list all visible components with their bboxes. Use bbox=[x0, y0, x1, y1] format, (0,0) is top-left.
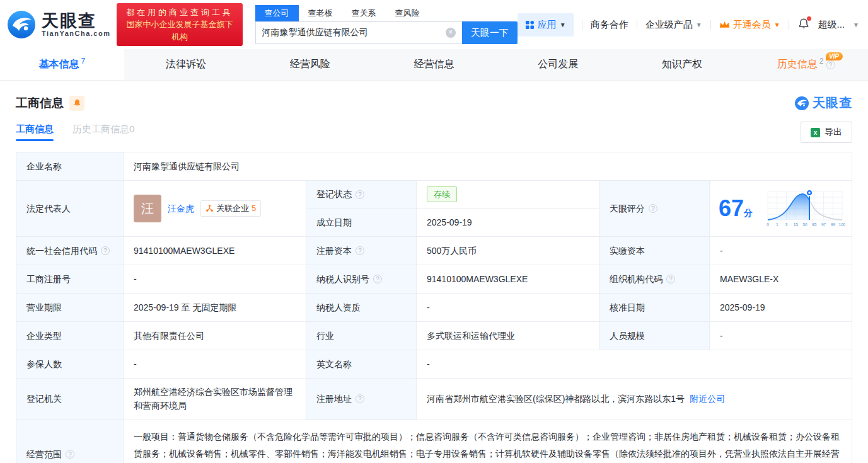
company-name-value: 河南豫掣通供应链有限公司 bbox=[124, 152, 852, 180]
brand-name: 天眼查 bbox=[42, 12, 110, 30]
table-row: 统一社会信用代码 91410100MAEW3GLEXE 注册资本 500万人民币… bbox=[16, 237, 852, 265]
search-tabs: 查公司 查老板 查关系 查风险 bbox=[255, 5, 518, 21]
help-icon[interactable] bbox=[101, 246, 110, 255]
notification-bell[interactable] bbox=[797, 18, 810, 32]
tab-count: 7 bbox=[81, 57, 86, 66]
score-number: 67 bbox=[719, 195, 744, 221]
taxpayer-quality-value: - bbox=[417, 294, 599, 321]
field-label: 成立日期 bbox=[306, 209, 417, 236]
logo-text: 天眼查 TianYanCha.com bbox=[42, 12, 110, 37]
subtab-business-info[interactable]: 工商信息 bbox=[16, 123, 54, 141]
legal-person-link[interactable]: 汪金虎 bbox=[168, 202, 194, 215]
banner-line1: 都在用的商业查询工具 bbox=[122, 6, 236, 19]
help-icon[interactable] bbox=[649, 204, 657, 213]
search-field: × bbox=[255, 21, 462, 44]
field-label: 企业名称 bbox=[16, 152, 124, 180]
label-text: 统一社会信用代码 bbox=[26, 244, 97, 258]
svg-text:3: 3 bbox=[785, 222, 788, 227]
field-label: 经营范围 bbox=[16, 420, 124, 463]
tianyancha-logo-icon bbox=[6, 9, 37, 40]
open-vip-menu[interactable]: 开通会员 ▼ bbox=[719, 19, 780, 31]
tianyancha-logo[interactable]: 天眼查 TianYanCha.com bbox=[6, 9, 110, 40]
tab-operation-info[interactable]: 经营信息 bbox=[372, 49, 496, 80]
apps-menu[interactable]: 应用 ▼ bbox=[518, 13, 574, 37]
help-icon[interactable] bbox=[826, 60, 835, 69]
help-icon[interactable] bbox=[66, 450, 74, 459]
field-label: 统一社会信用代码 bbox=[16, 237, 124, 265]
avatar[interactable]: 汪 bbox=[134, 195, 161, 222]
field-label: 天眼评分 bbox=[599, 181, 710, 236]
tab-label: 基本信息 bbox=[39, 58, 79, 71]
paid-capital-value: - bbox=[710, 237, 852, 265]
search-box: × 天眼一下 bbox=[255, 21, 518, 44]
org-code-value: MAEW3GLE-X bbox=[710, 265, 852, 293]
promo-banner: 都在用的商业查询工具 国家中小企业发展子基金旗下机构 bbox=[117, 3, 242, 47]
banner-line2: 国家中小企业发展子基金旗下机构 bbox=[122, 18, 236, 43]
svg-text:0: 0 bbox=[767, 222, 769, 227]
tab-label: 法律诉讼 bbox=[166, 58, 206, 71]
help-icon[interactable] bbox=[666, 275, 675, 283]
business-term-value: 2025-09-19 至 无固定期限 bbox=[124, 294, 306, 321]
enterprise-products-label: 企业级产品 bbox=[645, 19, 693, 31]
related-companies-badge[interactable]: 关联企业 5 bbox=[200, 200, 261, 217]
tab-label: 知识产权 bbox=[662, 58, 702, 71]
export-button[interactable]: x 导出 bbox=[801, 122, 852, 143]
tab-intellectual-property[interactable]: 知识产权 bbox=[620, 49, 744, 80]
user-account-menu[interactable]: 超级... bbox=[818, 19, 845, 31]
help-icon[interactable] bbox=[356, 190, 364, 199]
search-input[interactable] bbox=[262, 28, 446, 38]
excel-icon: x bbox=[811, 128, 820, 137]
tab-basic-info[interactable]: 基本信息7 bbox=[0, 49, 124, 80]
status-badge: 存续 bbox=[427, 186, 457, 203]
business-info-table: 企业名称 河南豫掣通供应链有限公司 法定代表人 汪 汪金虎 关联企业 5 bbox=[16, 152, 852, 463]
tab-history-info[interactable]: VIP 历史信息2 bbox=[744, 49, 868, 80]
chevron-down-icon[interactable]: ▼ bbox=[853, 21, 859, 28]
company-type-value: 其他有限责任公司 bbox=[124, 322, 306, 350]
subscribe-bell-button[interactable] bbox=[69, 96, 84, 111]
search-tab-boss[interactable]: 查老板 bbox=[299, 5, 342, 21]
established-date-value: 2025-09-19 bbox=[417, 209, 599, 236]
field-label: 纳税人资质 bbox=[306, 294, 417, 321]
clear-icon[interactable]: × bbox=[446, 28, 456, 38]
help-icon[interactable] bbox=[356, 246, 364, 255]
industry-value: 多式联运和运输代理业 bbox=[417, 322, 599, 350]
svg-text:99: 99 bbox=[831, 222, 836, 227]
business-cooperation-link[interactable]: 商务合作 bbox=[591, 19, 628, 31]
enterprise-products-menu[interactable]: 企业级产品 ▼ bbox=[645, 19, 702, 31]
chevron-down-icon: ▼ bbox=[560, 21, 566, 28]
search-area: 查公司 查老板 查关系 查风险 × 天眼一下 bbox=[255, 5, 518, 44]
nearby-companies-link[interactable]: 附近公司 bbox=[690, 392, 725, 406]
english-name-value: - bbox=[417, 350, 852, 378]
field-label: 登记状态 bbox=[306, 181, 417, 209]
field-label: 纳税人识别号 bbox=[306, 265, 417, 293]
header-right-nav: 应用 ▼ 商务合作 企业级产品 ▼ 开通会员 ▼ 超 bbox=[518, 13, 859, 37]
svg-text:100: 100 bbox=[839, 222, 845, 227]
tab-operation-risk[interactable]: 经营风险 bbox=[248, 49, 372, 80]
table-row: 企业名称 河南豫掣通供应链有限公司 bbox=[16, 152, 852, 181]
registration-authority-value: 郑州航空港经济综合实验区市场监督管理和营商环境局 bbox=[124, 379, 306, 420]
top-header: 天眼查 TianYanCha.com 都在用的商业查询工具 国家中小企业发展子基… bbox=[0, 0, 868, 49]
business-scope-value: 一般项目：普通货物仓储服务（不含危险化学品等需许可审批的项目）；信息咨询服务（不… bbox=[124, 420, 852, 463]
table-row: 工商注册号 - 纳税人识别号 91410100MAEW3GLEXE 组织机构代码… bbox=[16, 265, 852, 294]
field-label: 人员规模 bbox=[599, 322, 710, 350]
crown-icon bbox=[719, 21, 730, 29]
table-row: 经营范围 一般项目：普通货物仓储服务（不含危险化学品等需许可审批的项目）；信息咨… bbox=[16, 420, 852, 463]
help-icon[interactable] bbox=[356, 394, 364, 403]
apps-grid-icon bbox=[525, 20, 535, 30]
search-button[interactable]: 天眼一下 bbox=[462, 21, 518, 44]
score-distribution-chart: 0 1 3 15 50 85 97 99 100 bbox=[765, 188, 845, 229]
divider bbox=[789, 20, 789, 30]
subtab-history-business-info[interactable]: 历史工商信息0 bbox=[72, 123, 134, 141]
export-label: 导出 bbox=[825, 127, 842, 138]
search-tab-relation[interactable]: 查关系 bbox=[342, 5, 386, 21]
search-tab-risk[interactable]: 查风险 bbox=[386, 5, 429, 21]
tab-label: 经营信息 bbox=[414, 58, 454, 71]
tab-legal-litigation[interactable]: 法律诉讼 bbox=[124, 49, 248, 80]
help-icon[interactable] bbox=[373, 275, 382, 283]
insured-count-value: - bbox=[124, 350, 306, 378]
label-text: 天眼评分 bbox=[610, 202, 645, 215]
search-tab-company[interactable]: 查公司 bbox=[255, 5, 299, 21]
business-cooperation-label: 商务合作 bbox=[591, 19, 628, 31]
vip-badge: VIP bbox=[826, 52, 843, 60]
tab-company-development[interactable]: 公司发展 bbox=[496, 49, 620, 80]
